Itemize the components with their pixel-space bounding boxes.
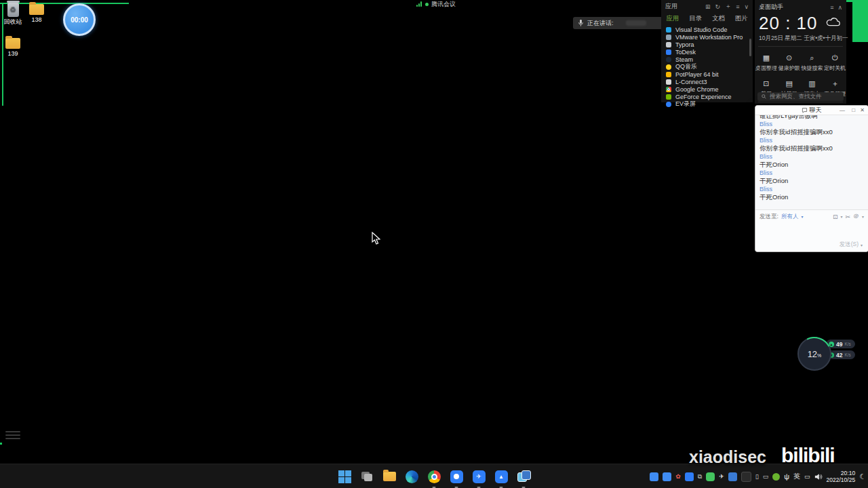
- ime-indicator[interactable]: 英: [793, 473, 800, 480]
- app-list-item[interactable]: Visual Studio Code: [661, 26, 753, 33]
- screenshot-icon[interactable]: ✂: [845, 214, 850, 220]
- app-list-item[interactable]: L-Connect3: [661, 78, 753, 85]
- cpu-usage-arc: [793, 332, 835, 375]
- tab-pictures[interactable]: 图片: [730, 14, 753, 23]
- chat-sender: Bliss: [760, 120, 864, 128]
- running-indicator: [522, 487, 526, 488]
- app-panel-scrollbar[interactable]: [749, 39, 751, 56]
- meeting-app-name: 腾讯会议: [431, 0, 456, 9]
- date-line: 10月25日 星期二 壬寅•虎•十月初一: [755, 34, 846, 43]
- grid-view-icon[interactable]: ⊞: [705, 3, 711, 10]
- download-value: 42: [836, 352, 842, 359]
- app-list-item[interactable]: EV录屏: [661, 100, 753, 108]
- windows-logo-icon: [338, 470, 351, 483]
- assistant-title: 桌面助手: [759, 3, 783, 12]
- usb-device-tray-icon[interactable]: ▯: [755, 474, 759, 480]
- moon-icon[interactable]: ☾: [859, 473, 866, 481]
- maximize-button[interactable]: □: [852, 106, 855, 115]
- send-button[interactable]: 发送(S) ▾: [840, 241, 863, 249]
- tab-apps[interactable]: 应用: [661, 14, 684, 23]
- typora-icon: [666, 42, 671, 47]
- app-list-item[interactable]: PotPlayer 64 bit: [661, 70, 753, 78]
- chrome-icon: [666, 87, 671, 92]
- tab-documents[interactable]: 文档: [707, 14, 730, 23]
- tencent-meeting-button[interactable]: [449, 469, 465, 485]
- meeting-status-pill[interactable]: 腾讯会议: [416, 0, 456, 8]
- tray-clock[interactable]: 20:10 2022/10/25: [827, 470, 856, 483]
- ev-capture-icon: [666, 102, 671, 107]
- file-explorer-button[interactable]: [382, 469, 397, 485]
- tencent-meeting-tray-icon[interactable]: [650, 472, 658, 481]
- upload-unit: K/s: [844, 342, 850, 346]
- search-placeholder: 搜索网页、查找文件: [770, 93, 822, 101]
- start-button[interactable]: [337, 469, 353, 485]
- vmware-icon: [666, 35, 671, 40]
- minimize-button[interactable]: —: [840, 106, 845, 115]
- lconnect-icon: [666, 79, 671, 85]
- chrome-icon: [428, 470, 441, 483]
- potplayer-icon: [666, 72, 671, 77]
- close-button[interactable]: ✕: [860, 106, 865, 115]
- tim-tray-icon[interactable]: [685, 472, 694, 481]
- window-select-icon[interactable]: ⊡: [833, 214, 838, 220]
- mouse-cursor: [372, 232, 380, 245]
- collapse-icon[interactable]: ∨: [744, 3, 749, 10]
- chat-message-list[interactable]: 谁让搞/LYgay蕾嗷啊 Bliss 你别拿我id招摇撞骗啊xx0 Bliss …: [755, 115, 868, 209]
- app-list-item[interactable]: ToDesk: [661, 48, 753, 56]
- app-list-item[interactable]: VMware Workstation Pro: [661, 33, 753, 41]
- speaking-indicator-bar: 正在讲话:: [573, 17, 673, 29]
- app-label: VMware Workstation Pro: [675, 34, 743, 41]
- assistant-search-input[interactable]: 搜索网页、查找文件: [757, 92, 844, 101]
- pen-display-tray-icon[interactable]: ▭: [804, 474, 810, 480]
- chrome-button[interactable]: [427, 469, 442, 485]
- clipboard-tray-icon[interactable]: ⧉: [698, 474, 702, 480]
- edge-button[interactable]: [404, 469, 420, 485]
- app-label: Steam: [675, 56, 693, 63]
- chat-bubble-icon: [802, 108, 808, 113]
- vmware-button[interactable]: [516, 469, 532, 485]
- mountain-app-tray-icon[interactable]: [663, 472, 671, 481]
- chat-compose-area[interactable]: 发送至: 所有人 ▾ ⊡▾ ✂ ＠▾ 发送(S) ▾: [755, 209, 868, 251]
- tim-button[interactable]: ✈: [471, 469, 487, 485]
- menu-icon[interactable]: ≡: [830, 4, 833, 11]
- app-list-item[interactable]: QQ音乐: [661, 63, 753, 70]
- qq-music-icon: [666, 64, 671, 70]
- mic-tray-icon[interactable]: ψ: [784, 473, 789, 481]
- leaf-tray-icon[interactable]: [772, 473, 780, 481]
- mountain-app-button[interactable]: ▲: [494, 469, 509, 485]
- meeting-timer-widget[interactable]: 00:00: [63, 3, 96, 36]
- action-eye-care[interactable]: ⊙健康护眼: [778, 51, 801, 72]
- running-indicator: [455, 487, 458, 488]
- chat-message-input[interactable]: [760, 222, 864, 241]
- action-timed-shutdown[interactable]: ⏻定时关机: [823, 51, 846, 72]
- volume-icon[interactable]: [814, 473, 823, 481]
- monitor-tray-icon[interactable]: ▭: [763, 474, 769, 480]
- desktop-icon-folder-138[interactable]: 138: [18, 1, 55, 23]
- dark-app-tray-icon[interactable]: [741, 472, 751, 482]
- watermark-text: xiaodisec: [689, 447, 766, 467]
- add-icon[interactable]: ＋: [725, 2, 731, 11]
- send-to-selector[interactable]: 所有人: [781, 213, 799, 221]
- display-tray-icon[interactable]: [728, 472, 737, 481]
- chat-message-clipped: 谁让搞/LYgay蕾嗷啊: [760, 115, 864, 120]
- mention-icon[interactable]: ＠: [853, 212, 859, 221]
- action-desktop-organize[interactable]: ▦桌面整理: [755, 51, 778, 72]
- refresh-icon[interactable]: ↻: [715, 3, 721, 10]
- task-view-button[interactable]: [359, 469, 375, 485]
- plus-icon: ＋: [831, 79, 839, 88]
- app-list-item[interactable]: Typora: [661, 41, 753, 48]
- collapse-icon[interactable]: ∧: [837, 4, 842, 11]
- search-icon: ⌕: [810, 53, 814, 62]
- desktop-icon-folder-139[interactable]: 139: [0, 35, 31, 57]
- chat-title-bar[interactable]: 聊天 — □ ✕: [755, 106, 868, 115]
- app-list-item[interactable]: Google Chrome: [661, 85, 753, 93]
- icon-label: 139: [0, 50, 31, 57]
- notepad-icon: ▥: [808, 79, 815, 88]
- tab-directory[interactable]: 目录: [684, 14, 707, 23]
- flower-tray-icon[interactable]: ✿: [675, 474, 681, 480]
- performance-widget[interactable]: ▲ 49 K/s ▼ 42 K/s 12 %: [797, 337, 865, 369]
- wechat-tray-icon[interactable]: [706, 472, 715, 481]
- action-quick-search[interactable]: ⌕快捷搜索: [801, 51, 824, 72]
- menu-icon[interactable]: ≡: [736, 3, 739, 10]
- airplane-tray-icon[interactable]: ✈: [719, 474, 724, 480]
